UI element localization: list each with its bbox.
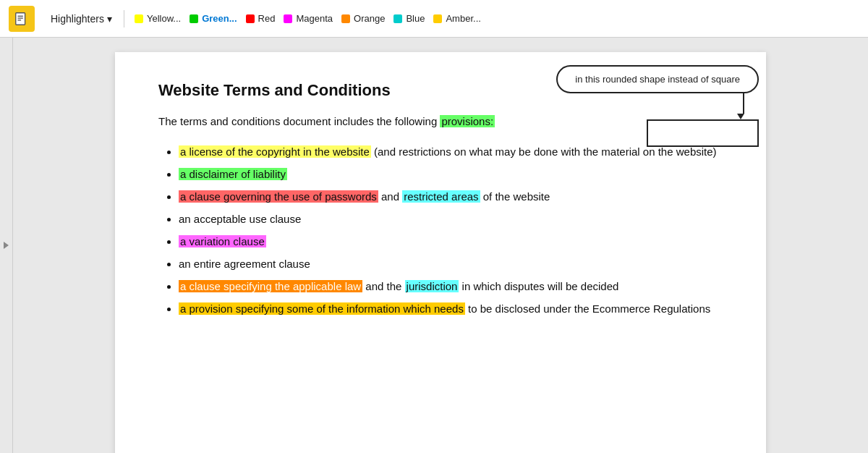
red-dot xyxy=(246,14,255,23)
color-magenta[interactable]: Magenta xyxy=(279,11,337,26)
magenta-label: Magenta xyxy=(296,13,333,24)
arrow-line xyxy=(743,93,744,114)
list-item: a variation clause xyxy=(179,232,723,251)
color-red[interactable]: Red xyxy=(242,11,280,26)
svg-rect-0 xyxy=(16,12,25,25)
list-item: a disclaimer of liability xyxy=(179,164,723,184)
list-text-3b: of the website xyxy=(480,190,550,203)
highlight-jurisdiction: jurisdiction xyxy=(405,280,459,292)
callout-arrow xyxy=(740,93,759,119)
document-list: a license of the copyright in the websit… xyxy=(158,142,723,318)
color-blue[interactable]: Blue xyxy=(389,11,429,26)
callout-text: in this rounded shape instead of square xyxy=(575,74,740,85)
list-text-8: to be disclosed under the Ecommerce Regu… xyxy=(465,302,710,315)
arrow-head xyxy=(737,114,744,119)
list-text-3a: and xyxy=(378,190,402,203)
list-text-6: an entire agreement clause xyxy=(179,258,310,270)
toolbar: Highlighters ▾ Yellow... Green... Red Ma… xyxy=(0,0,868,38)
color-amber[interactable]: Amber... xyxy=(429,11,485,26)
color-orange[interactable]: Orange xyxy=(337,11,389,26)
blue-dot xyxy=(393,14,402,23)
callout-square-box xyxy=(647,119,759,147)
blue-label: Blue xyxy=(406,13,425,24)
callout-annotation: in this rounded shape instead of square xyxy=(361,65,759,147)
list-item: an acceptable use clause xyxy=(179,209,723,229)
orange-dot xyxy=(341,14,350,23)
toolbar-divider xyxy=(124,10,124,27)
color-yellow[interactable]: Yellow... xyxy=(130,11,185,26)
highlight-disclaimer: a disclaimer of liability xyxy=(179,168,287,180)
highlight-variation: a variation clause xyxy=(179,235,266,247)
highlighters-button[interactable]: Highlighters ▾ xyxy=(45,10,118,27)
list-text-7b: in which disputes will be decided xyxy=(459,280,618,292)
green-label: Green... xyxy=(202,13,237,24)
main-wrapper: in this rounded shape instead of square … xyxy=(0,38,868,453)
green-dot xyxy=(190,14,198,23)
list-text-7a: and the xyxy=(362,280,404,292)
list-text-4: an acceptable use clause xyxy=(179,213,301,225)
yellow-label: Yellow... xyxy=(147,13,181,24)
amber-dot xyxy=(433,14,442,23)
amber-label: Amber... xyxy=(446,13,480,24)
document-area[interactable]: in this rounded shape instead of square … xyxy=(13,38,868,453)
left-panel-toggle[interactable] xyxy=(0,38,13,453)
list-item: a provision specifying some of the infor… xyxy=(179,299,723,318)
highlighters-label: Highlighters xyxy=(51,13,104,25)
color-green[interactable]: Green... xyxy=(185,11,241,26)
app-icon xyxy=(9,6,35,32)
list-item: a clause specifying the applicable law a… xyxy=(179,276,723,296)
yellow-dot xyxy=(135,14,143,23)
list-item: an entire agreement clause xyxy=(179,254,723,274)
list-text-1: (and restrictions on what may be done wi… xyxy=(371,145,717,158)
orange-label: Orange xyxy=(354,13,385,24)
dropdown-arrow-icon: ▾ xyxy=(107,13,112,25)
highlight-provision: a provision specifying some of the infor… xyxy=(179,302,465,315)
highlight-law: a clause specifying the applicable law xyxy=(179,280,362,292)
panel-arrow-icon xyxy=(4,242,9,249)
highlight-restricted: restricted areas xyxy=(402,190,480,203)
magenta-dot xyxy=(284,14,292,23)
highlight-license: a license of the copyright in the websit… xyxy=(179,145,371,158)
callout-bubble: in this rounded shape instead of square xyxy=(556,65,759,93)
document-page: in this rounded shape instead of square … xyxy=(115,52,766,453)
list-item: a clause governing the use of passwords … xyxy=(179,187,723,206)
highlight-passwords: a clause governing the use of passwords xyxy=(179,190,378,203)
red-label: Red xyxy=(258,13,276,24)
